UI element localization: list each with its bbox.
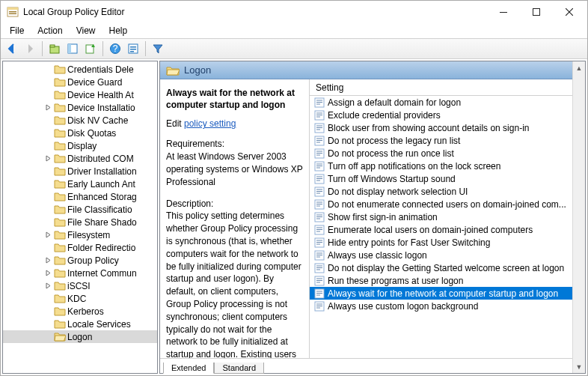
svg-rect-84: [316, 303, 322, 304]
help-button[interactable]: ?: [107, 40, 123, 57]
tree-item[interactable]: Internet Commun: [3, 267, 157, 279]
setting-item[interactable]: Exclude credential providers: [310, 109, 585, 121]
settings-column-label: Setting: [316, 82, 343, 93]
setting-label: Do not process the legacy run list: [328, 136, 460, 146]
setting-icon: [314, 212, 325, 222]
setting-item[interactable]: Do not display the Getting Started welco…: [310, 261, 585, 274]
svg-rect-60: [316, 227, 322, 228]
setting-item[interactable]: Block user from showing account details …: [310, 121, 585, 134]
setting-item[interactable]: Do not process the legacy run list: [310, 134, 585, 147]
back-button[interactable]: [4, 40, 20, 57]
svg-rect-56: [316, 214, 322, 215]
vertical-scrollbar[interactable]: ▲ ▼: [572, 79, 585, 358]
menu-help[interactable]: Help: [103, 24, 134, 37]
setting-item[interactable]: Turn off Windows Startup sound: [310, 172, 585, 185]
svg-rect-17: [130, 49, 136, 50]
tree-item[interactable]: Locale Services: [3, 318, 157, 330]
tab-extended[interactable]: Extended: [163, 363, 214, 374]
selected-setting-name: Always wait for the network at computer …: [166, 87, 303, 111]
setting-item[interactable]: Show first sign-in animation: [310, 210, 585, 223]
settings-list[interactable]: Assign a default domain for logonExclude…: [310, 96, 585, 358]
folder-icon: [54, 64, 66, 75]
expand-icon[interactable]: [43, 155, 52, 162]
svg-rect-46: [316, 180, 320, 181]
setting-item[interactable]: Always use custom logon background: [310, 300, 585, 312]
setting-icon: [314, 301, 325, 312]
setting-item[interactable]: Turn off app notifications on the lock s…: [310, 160, 585, 172]
menu-file[interactable]: File: [4, 24, 30, 37]
detail-tabs: Extended Standard: [160, 358, 585, 373]
svg-rect-69: [316, 255, 322, 255]
toolbar-separator: [145, 41, 146, 56]
folder-icon: [54, 204, 66, 215]
tree-item[interactable]: Early Launch Ant: [3, 178, 157, 190]
tree-item[interactable]: Kerberos: [3, 305, 157, 318]
setting-item[interactable]: Do not enumerate connected users on doma…: [310, 198, 585, 210]
svg-rect-73: [316, 267, 322, 268]
expand-icon[interactable]: [43, 104, 52, 111]
menu-bar: File Action View Help: [1, 23, 587, 38]
setting-item[interactable]: Run these programs at user logon: [310, 274, 585, 287]
svg-rect-62: [316, 231, 320, 231]
svg-rect-37: [316, 153, 322, 154]
setting-item[interactable]: Always wait for the network at computer …: [310, 287, 585, 300]
svg-rect-20: [316, 100, 322, 100]
filter-button[interactable]: [150, 40, 166, 57]
expand-icon[interactable]: [43, 231, 52, 238]
setting-item[interactable]: Do not process the run once list: [310, 147, 585, 160]
tree-item[interactable]: Driver Installation: [3, 165, 157, 178]
tree-item[interactable]: Distributed COM: [3, 152, 157, 165]
properties-button[interactable]: [125, 40, 141, 57]
tree-item[interactable]: Enhanced Storag: [3, 190, 157, 203]
svg-rect-22: [316, 103, 320, 104]
tree-item[interactable]: Credentials Dele: [3, 63, 157, 76]
edit-policy-link[interactable]: policy setting: [184, 118, 236, 129]
forward-button[interactable]: [22, 40, 38, 57]
expand-icon[interactable]: [43, 270, 52, 276]
tree-item[interactable]: Display: [3, 139, 157, 152]
tree-item[interactable]: Disk NV Cache: [3, 114, 157, 127]
menu-action[interactable]: Action: [31, 24, 68, 37]
tree-item[interactable]: Device Installatio: [3, 101, 157, 114]
setting-item[interactable]: Do not display network selection UI: [310, 185, 585, 198]
tree-item[interactable]: File Classificatio: [3, 203, 157, 216]
maximize-button[interactable]: [520, 1, 553, 22]
tree-item[interactable]: File Share Shado: [3, 216, 157, 228]
setting-icon: [314, 110, 325, 121]
tree-item[interactable]: Disk Quotas: [3, 127, 157, 139]
tree-item[interactable]: KDC: [3, 292, 157, 305]
close-button[interactable]: [553, 1, 586, 22]
tree-item[interactable]: Device Guard: [3, 76, 157, 88]
expand-icon[interactable]: [43, 257, 52, 264]
tree-item[interactable]: iSCSI: [3, 279, 157, 292]
show-hide-tree-button[interactable]: [64, 40, 81, 57]
expand-icon[interactable]: [43, 282, 52, 289]
tree-item[interactable]: Logon: [3, 330, 157, 343]
content-area: Credentials DeleDevice GuardDevice Healt…: [1, 59, 587, 375]
svg-rect-48: [316, 189, 322, 189]
setting-icon: [314, 225, 325, 235]
tree-item[interactable]: Folder Redirectio: [3, 241, 157, 254]
export-list-button[interactable]: [82, 40, 99, 57]
svg-rect-26: [316, 116, 320, 117]
tree-item[interactable]: Device Health At: [3, 88, 157, 101]
tree-pane[interactable]: Credentials DeleDevice GuardDevice Healt…: [2, 61, 158, 374]
minimize-button[interactable]: [487, 1, 520, 22]
tree-item[interactable]: Group Policy: [3, 254, 157, 267]
setting-label: Assign a default domain for logon: [328, 97, 461, 108]
tab-standard[interactable]: Standard: [214, 363, 264, 374]
setting-item[interactable]: Assign a default domain for logon: [310, 96, 585, 109]
svg-rect-5: [533, 9, 540, 16]
menu-view[interactable]: View: [70, 24, 102, 37]
setting-item[interactable]: Hide entry points for Fast User Switchin…: [310, 236, 585, 249]
settings-column-header[interactable]: Setting: [310, 79, 585, 96]
tree-item[interactable]: Filesystem: [3, 228, 157, 241]
svg-rect-40: [316, 163, 322, 164]
folder-icon: [54, 77, 66, 88]
setting-item[interactable]: Always use classic logon: [310, 249, 585, 261]
setting-item[interactable]: Enumerate local users on domain-joined c…: [310, 223, 585, 236]
up-button[interactable]: [46, 40, 63, 57]
detail-header: Logon: [160, 61, 585, 79]
folder-icon: [54, 255, 66, 266]
setting-label: Turn off Windows Startup sound: [328, 174, 456, 184]
